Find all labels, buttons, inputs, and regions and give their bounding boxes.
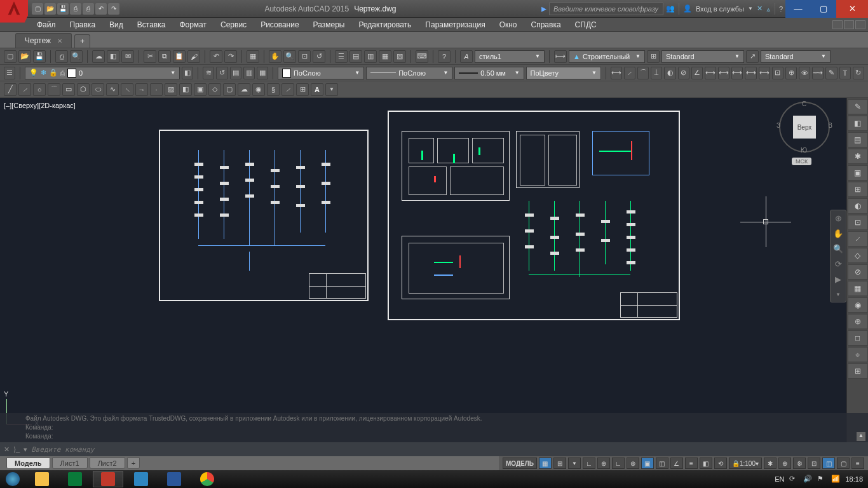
- menu-file[interactable]: Файл: [31, 18, 62, 31]
- preview-icon[interactable]: 🔍: [70, 50, 83, 63]
- layer-dropdown[interactable]: 💡❄🔒⎙ 0▼: [25, 67, 180, 79]
- dim-angular-icon[interactable]: ∠: [691, 67, 703, 79]
- mleader-style-icon[interactable]: ↗: [746, 50, 759, 63]
- gradient-icon[interactable]: ◧: [179, 83, 192, 96]
- palette-tool16-icon[interactable]: ⟐: [848, 347, 868, 362]
- drawing-area[interactable]: [–][Сверху][2D-каркас]: [0, 98, 846, 442]
- arc-icon[interactable]: ⌒: [48, 83, 60, 96]
- tray-volume-icon[interactable]: 🔊: [803, 475, 812, 484]
- properties-icon[interactable]: ☰: [335, 50, 348, 63]
- cmd-handle-icon[interactable]: ⟩_: [13, 445, 20, 454]
- point-icon[interactable]: ·: [150, 83, 163, 96]
- palette-tool5-icon[interactable]: ▣: [848, 165, 868, 180]
- matchprop-icon[interactable]: 🖌: [187, 50, 200, 63]
- palette-tool13-icon[interactable]: ◉: [848, 297, 868, 313]
- dim-style-dropdown[interactable]: ▲Строительный▼: [569, 50, 645, 63]
- doc-restore-button[interactable]: [844, 20, 854, 29]
- plotstyle-dropdown[interactable]: ПоЦвету▼: [526, 67, 601, 79]
- palette-tool12-icon[interactable]: ▦: [848, 281, 868, 296]
- line-icon[interactable]: ╱: [4, 83, 17, 96]
- palette-tool9-icon[interactable]: ⟋: [848, 231, 868, 247]
- taskbar-explorer[interactable]: [27, 471, 57, 487]
- color-dropdown[interactable]: ПоСлою▼: [278, 67, 364, 79]
- sb-ws-icon[interactable]: ⚙: [793, 458, 806, 469]
- palette-tool4-icon[interactable]: ✱: [848, 149, 868, 164]
- helix-icon[interactable]: §: [267, 83, 280, 96]
- dim-radius-icon[interactable]: ◐: [664, 67, 675, 79]
- qat-saveas-icon[interactable]: ⎙: [70, 3, 81, 15]
- infocenter-search[interactable]: Введите ключевое слово/фразу: [549, 3, 663, 15]
- dim-edit-icon[interactable]: ✎: [825, 67, 837, 79]
- help-icon[interactable]: ?: [779, 5, 783, 13]
- copy-icon[interactable]: ⧉: [158, 50, 171, 63]
- a360-icon[interactable]: 👥: [666, 4, 675, 13]
- viewcube[interactable]: Верх С Ю В З МСК: [779, 102, 830, 152]
- palette-tool10-icon[interactable]: ◇: [848, 248, 868, 263]
- text-style-icon[interactable]: A: [460, 50, 473, 63]
- zoom-rt-icon[interactable]: 🔍: [283, 50, 296, 63]
- dim-style-icon[interactable]: ⟼: [554, 50, 567, 63]
- palette-tool3-icon[interactable]: ▤: [848, 132, 868, 147]
- spline-icon[interactable]: ∿: [106, 83, 119, 96]
- palette-tool8-icon[interactable]: ⊡: [848, 215, 868, 230]
- menu-tools[interactable]: Сервис: [214, 18, 253, 31]
- file-tab-close-icon[interactable]: ✕: [57, 37, 62, 44]
- 3dpoly-icon[interactable]: ⟋: [281, 83, 294, 96]
- palette-tool7-icon[interactable]: ◐: [848, 198, 868, 214]
- nav-wheel-icon[interactable]: ⊛: [831, 210, 846, 226]
- sb-ortho-icon[interactable]: ∟: [612, 458, 625, 469]
- mtext-icon[interactable]: A: [311, 83, 323, 96]
- menu-view[interactable]: Вид: [103, 18, 130, 31]
- sb-clean-icon[interactable]: ▢: [837, 458, 850, 469]
- doc-minimize-button[interactable]: [832, 20, 843, 29]
- signin-button[interactable]: Вход в службы: [696, 5, 744, 13]
- layeruniso-icon[interactable]: ▦: [257, 67, 268, 79]
- layout-tab-1[interactable]: Лист1: [52, 458, 88, 469]
- text-style-dropdown[interactable]: стиль1▼: [475, 50, 545, 63]
- zoom-prev-icon[interactable]: ↺: [313, 50, 325, 63]
- close-button[interactable]: ✕: [836, 0, 868, 18]
- 3ddwf-icon[interactable]: ◧: [107, 50, 119, 63]
- revcloud-icon[interactable]: ☁: [238, 83, 250, 96]
- menu-spds[interactable]: СПДС: [569, 18, 603, 31]
- sb-hardware-icon[interactable]: ⊡: [808, 458, 820, 469]
- layerstate-icon[interactable]: ▤: [230, 67, 241, 79]
- stayconnected-icon[interactable]: ⟁: [766, 5, 771, 13]
- taskbar-app4[interactable]: [126, 471, 156, 487]
- palette-pencil-icon[interactable]: ✎: [848, 99, 868, 114]
- designcenter-icon[interactable]: ▤: [349, 50, 362, 63]
- dim-jogged-icon[interactable]: ⟿: [812, 67, 824, 79]
- sb-3dosnap-icon[interactable]: ◫: [656, 458, 668, 469]
- qat-save-icon[interactable]: 💾: [57, 3, 69, 15]
- tray-sync-icon[interactable]: ⟳: [789, 475, 798, 484]
- ray-icon[interactable]: →: [135, 83, 148, 96]
- dim-inspect-icon[interactable]: 👁: [799, 67, 810, 79]
- doc-close-button[interactable]: [855, 20, 865, 29]
- exchange-icon[interactable]: ✕: [757, 4, 763, 13]
- layer-prop-icon[interactable]: ☰: [4, 67, 15, 79]
- infocenter-arrow-icon[interactable]: ▸: [541, 3, 546, 15]
- sb-infer-icon[interactable]: ∟: [583, 458, 595, 469]
- table-style-icon[interactable]: ⊞: [647, 50, 660, 63]
- palette-tool11-icon[interactable]: ⊘: [848, 264, 868, 280]
- viewcube-wcs-button[interactable]: МСК: [792, 158, 811, 165]
- sb-model-button[interactable]: МОДЕЛЬ: [503, 458, 537, 469]
- tray-clock[interactable]: 18:18: [845, 475, 863, 483]
- palette-tool2-icon[interactable]: ◧: [848, 116, 868, 131]
- taskbar-chrome[interactable]: [192, 471, 222, 487]
- dim-ordinate-icon[interactable]: ⟘: [651, 67, 662, 79]
- layerprev-icon[interactable]: ↺: [216, 67, 227, 79]
- dim-baseline-icon[interactable]: ⟷: [718, 67, 729, 79]
- sb-transparency-icon[interactable]: ◧: [700, 458, 712, 469]
- qat-redo-icon[interactable]: ↷: [108, 3, 119, 15]
- block-icon[interactable]: ▦: [247, 50, 259, 63]
- palette-tool15-icon[interactable]: □: [848, 330, 868, 346]
- rectangle-icon[interactable]: ▭: [62, 83, 75, 96]
- nav-more-icon[interactable]: ▼: [831, 287, 846, 302]
- file-tab-active[interactable]: Чертеж ✕: [15, 33, 72, 48]
- dim-diameter-icon[interactable]: ⊘: [678, 67, 689, 79]
- taskbar-autocad[interactable]: [93, 471, 123, 487]
- open-icon[interactable]: 📂: [18, 50, 31, 63]
- tray-network-icon[interactable]: 📶: [831, 475, 840, 484]
- lineweight-dropdown[interactable]: 0.50 мм▼: [454, 67, 524, 79]
